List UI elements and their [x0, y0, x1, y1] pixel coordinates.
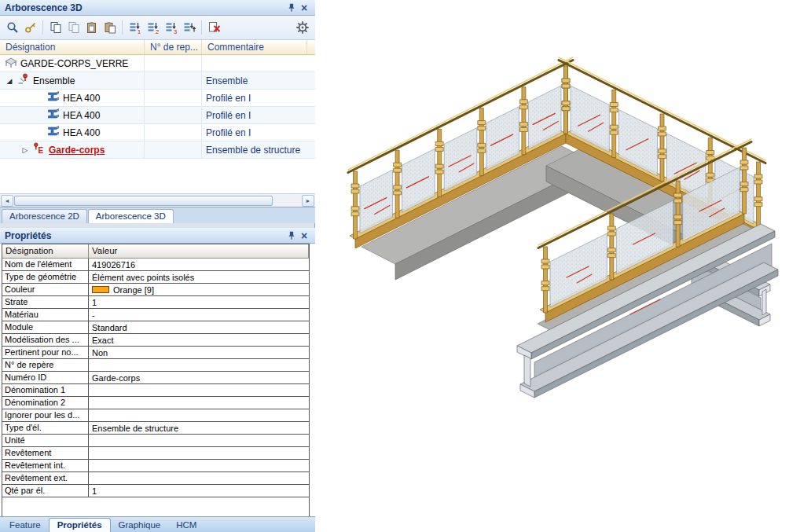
prop-value[interactable]: Ensemble de structure — [89, 422, 309, 434]
prop-row[interactable]: ModuleStandard — [2, 321, 309, 334]
tree-row-label[interactable]: Garde-corps — [49, 145, 105, 156]
tree-column-header-1[interactable]: N° de rep... — [145, 40, 202, 54]
tree-titlebar[interactable]: Arborescence 3D × — [0, 0, 315, 16]
prop-value[interactable]: Orange [9] — [89, 284, 309, 295]
scroll-track[interactable] — [14, 195, 301, 207]
toolbar-expand-all-button[interactable] — [180, 19, 198, 37]
toolbar-key-button[interactable] — [21, 19, 39, 37]
prop-value[interactable] — [89, 384, 309, 396]
prop-value-text: Non — [92, 348, 108, 358]
tree-cell-repere — [145, 141, 202, 158]
bottom-tab-graphique[interactable]: Graphique — [111, 519, 169, 532]
bottom-tab-feature[interactable]: Feature — [2, 519, 49, 532]
prop-row[interactable]: Type de géométrieÉlément avec points iso… — [2, 271, 309, 284]
prop-row[interactable]: Revêtement ext. — [2, 472, 309, 485]
scroll-right-button[interactable]: ► — [302, 195, 314, 207]
toolbar-copy-button[interactable] — [46, 19, 64, 37]
prop-row[interactable]: Unité — [2, 435, 309, 447]
prop-label: Revêtement — [2, 447, 89, 459]
toolbar-paste-button[interactable] — [83, 19, 101, 37]
toolbar-separator — [42, 20, 43, 35]
ensemble-icon-wrap — [16, 73, 30, 88]
tree-row[interactable]: HEA 400Profilé en I — [0, 107, 315, 124]
toolbar-paste-alt-button[interactable] — [101, 19, 119, 37]
ensemble-icon — [16, 73, 30, 86]
toolbar-expand-3-button[interactable]: 3 — [162, 19, 180, 37]
expander-expanded-icon[interactable]: ◢ — [3, 77, 16, 85]
tree-column-header-2[interactable]: Commentaire — [202, 40, 307, 54]
prop-label: Ignorer pour les d... — [2, 409, 89, 421]
close-icon[interactable]: × — [298, 2, 310, 13]
scroll-left-button[interactable]: ◄ — [1, 195, 13, 207]
pin-icon[interactable] — [285, 2, 298, 13]
bottom-tab-hcm[interactable]: HCM — [168, 519, 204, 532]
prop-label: Pertinent pour no... — [2, 347, 89, 358]
prop-label: Module — [2, 321, 89, 333]
bottom-tab-propriétés[interactable]: Propriétés — [49, 518, 111, 532]
prop-label: Revêtement ext. — [2, 472, 89, 484]
props-titlebar[interactable]: Propriétés × — [0, 228, 315, 244]
prop-row[interactable]: Qté par él.1 — [2, 485, 309, 497]
prop-value[interactable] — [89, 397, 309, 409]
toolbar-expand-1-button[interactable]: 1 — [126, 19, 144, 37]
prop-value[interactable]: Garde-corps — [89, 372, 309, 383]
prop-value[interactable] — [89, 447, 309, 459]
tab-arborescence-3d[interactable]: Arborescence 3D — [88, 209, 174, 223]
toolbar-settings-button[interactable] — [293, 19, 311, 37]
prop-value[interactable] — [89, 409, 309, 421]
prop-label: Nom de l'élément — [2, 259, 89, 270]
prop-value[interactable]: 419026716 — [89, 259, 309, 270]
toolbar-expand-2-button[interactable]: 2 — [144, 19, 162, 37]
prop-value[interactable] — [89, 472, 309, 484]
prop-value[interactable]: Standard — [89, 321, 309, 333]
tree-row[interactable]: HEA 400Profilé en I — [0, 90, 315, 107]
scroll-thumb[interactable] — [14, 196, 273, 206]
prop-row[interactable]: Numéro IDGarde-corps — [2, 372, 309, 384]
prop-value[interactable] — [89, 460, 309, 471]
close-icon[interactable]: × — [298, 229, 310, 241]
tree-row[interactable]: HEA 400Profilé en I — [0, 124, 315, 141]
toolbar-zoom-button[interactable] — [3, 19, 21, 37]
prop-row[interactable]: Strate1 — [2, 296, 309, 309]
tree-cell-designation: ◢Ensemble — [0, 72, 145, 89]
prop-row[interactable]: Matériau- — [2, 309, 309, 321]
expander-collapsed-icon[interactable]: ▷ — [19, 146, 31, 154]
tab-arborescence-2d[interactable]: Arborescence 2D — [2, 209, 87, 223]
model-geometry — [348, 57, 778, 398]
prop-value[interactable]: - — [89, 309, 309, 321]
prop-row[interactable]: Dénomination 2 — [2, 397, 309, 409]
toolbar-copy-alt-button[interactable] — [64, 19, 83, 37]
prop-row[interactable]: N° de repère — [2, 359, 309, 372]
prop-value[interactable]: 1 — [89, 296, 309, 308]
prop-value[interactable]: Non — [89, 347, 309, 358]
prop-row[interactable]: Revêtement int. — [2, 460, 309, 472]
prop-row[interactable]: Ignorer pour les d... — [2, 409, 309, 422]
tree-rows: GARDE-CORPS_VERRE◢EnsembleEnsembleHEA 40… — [0, 55, 315, 193]
prop-row[interactable]: Pertinent pour no...Non — [2, 347, 309, 359]
prop-label: Matériau — [2, 309, 89, 321]
tree-column-header-0[interactable]: Désignation — [0, 40, 145, 54]
toolbar-clear-filter-button[interactable] — [205, 19, 223, 37]
tree-row[interactable]: ▷EGarde-corpsEnsemble de structure — [0, 141, 315, 159]
prop-row[interactable]: Dénomination 1 — [2, 384, 309, 397]
properties-grid: DésignationValeur Nom de l'élément419026… — [2, 244, 310, 516]
copy-icon — [50, 21, 62, 34]
tree-row[interactable]: GARDE-CORPS_VERRE — [0, 55, 315, 72]
prop-value[interactable]: Exact — [89, 334, 309, 346]
pin-icon[interactable] — [285, 229, 298, 241]
horizontal-scrollbar[interactable]: ◄ ► — [0, 193, 315, 207]
prop-value[interactable]: 1 — [89, 485, 309, 497]
prop-value[interactable]: Élément avec points isolés — [89, 271, 309, 283]
prop-value[interactable] — [89, 359, 309, 371]
props-column-header-1[interactable]: Valeur — [89, 244, 309, 259]
props-column-header-0[interactable]: Désignation — [2, 244, 89, 259]
prop-row[interactable]: Type d'él.Ensemble de structure — [2, 422, 309, 435]
prop-row[interactable]: CouleurOrange [9] — [2, 284, 309, 296]
prop-row[interactable]: Nom de l'élément419026716 — [2, 259, 309, 271]
prop-value-text: Ensemble de structure — [92, 424, 178, 433]
3d-viewport[interactable] — [316, 0, 789, 532]
tree-row[interactable]: ◢EnsembleEnsemble — [0, 72, 315, 90]
prop-row[interactable]: Revêtement — [2, 447, 309, 460]
prop-row[interactable]: Modélisation des ...Exact — [2, 334, 309, 347]
prop-value[interactable] — [89, 435, 309, 446]
